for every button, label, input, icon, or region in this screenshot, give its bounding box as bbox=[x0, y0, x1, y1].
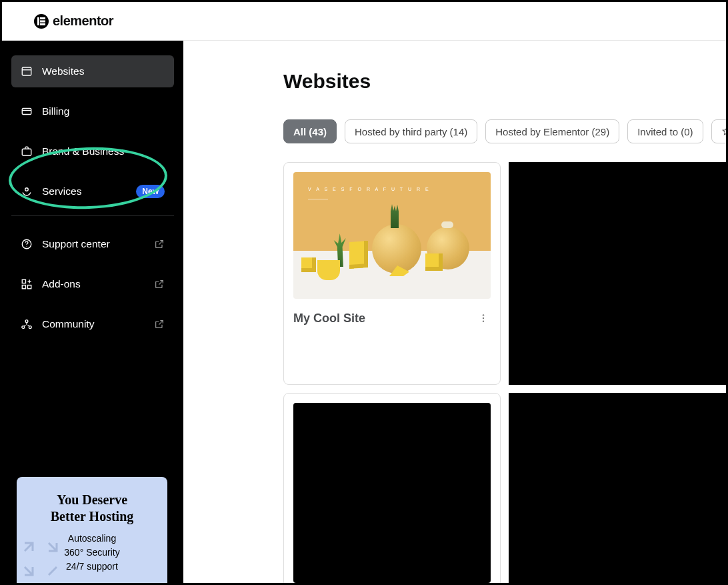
svg-point-13 bbox=[483, 318, 484, 319]
hand-icon bbox=[21, 185, 33, 197]
svg-rect-0 bbox=[22, 67, 31, 75]
svg-point-14 bbox=[483, 320, 484, 322]
sidebar-item-brand-business[interactable]: Brand & Business bbox=[11, 135, 174, 167]
brand-name: elementor bbox=[53, 13, 113, 29]
card-icon bbox=[21, 105, 33, 117]
promo-arrows-icon bbox=[21, 539, 61, 579]
site-card[interactable]: V A S E S F O R A F U T U R E My C bbox=[283, 162, 501, 385]
svg-point-9 bbox=[25, 320, 28, 323]
promo-title: You Deserve Better Hosting bbox=[26, 492, 158, 525]
svg-point-12 bbox=[483, 314, 484, 316]
svg-rect-2 bbox=[22, 149, 31, 155]
new-badge: New bbox=[136, 185, 165, 198]
svg-rect-8 bbox=[22, 285, 25, 289]
svg-rect-1 bbox=[22, 109, 31, 115]
svg-rect-7 bbox=[28, 285, 31, 289]
sidebar-item-label: Add-ons bbox=[42, 278, 81, 290]
help-icon bbox=[21, 238, 33, 250]
brand-logo[interactable]: elementor bbox=[34, 13, 113, 29]
sidebar-item-label: Billing bbox=[42, 105, 69, 117]
sidebar-item-websites[interactable]: Websites bbox=[11, 55, 174, 87]
page-title: Websites bbox=[283, 70, 726, 93]
app-header: elementor bbox=[2, 2, 726, 41]
sidebar-item-community[interactable]: Community bbox=[11, 308, 174, 340]
filter-all[interactable]: All (43) bbox=[283, 119, 337, 143]
external-link-icon bbox=[154, 319, 165, 330]
external-link-icon bbox=[154, 279, 165, 289]
filter-elementor[interactable]: Hosted by Elementor (29) bbox=[485, 119, 619, 143]
site-card-redacted[interactable] bbox=[509, 393, 726, 583]
sidebar-item-label: Community bbox=[42, 318, 94, 330]
briefcase-icon bbox=[21, 145, 33, 157]
site-card-redacted[interactable] bbox=[509, 162, 726, 385]
sidebar-item-services[interactable]: Services New bbox=[11, 175, 174, 207]
community-icon bbox=[21, 318, 33, 330]
site-thumbnail: V A S E S F O R A F U T U R E bbox=[293, 172, 491, 299]
site-title: My Cool Site bbox=[293, 312, 365, 326]
site-thumbnail bbox=[293, 403, 491, 583]
sidebar: Websites Billing Brand & Business Servic… bbox=[2, 41, 183, 583]
sidebar-item-addons[interactable]: Add-ons bbox=[11, 268, 174, 300]
svg-point-5 bbox=[26, 246, 27, 247]
sidebar-divider bbox=[11, 215, 174, 216]
external-link-icon bbox=[154, 239, 165, 249]
filter-invited[interactable]: Invited to (0) bbox=[627, 119, 703, 143]
filter-chips: All (43) Hosted by third party (14) Host… bbox=[283, 119, 726, 143]
sidebar-item-label: Websites bbox=[42, 65, 84, 77]
filter-favorites[interactable]: Favorites (0) bbox=[711, 119, 726, 143]
site-card-redacted[interactable] bbox=[283, 393, 501, 583]
filter-third-party[interactable]: Hosted by third party (14) bbox=[345, 119, 477, 143]
sidebar-item-label: Support center bbox=[42, 238, 110, 250]
thumb-heading: V A S E S F O R A F U T U R E bbox=[308, 187, 431, 191]
window-icon bbox=[21, 65, 33, 77]
star-icon bbox=[721, 126, 726, 137]
promo-card[interactable]: You Deserve Better Hosting Autoscaling 3… bbox=[17, 477, 167, 583]
sidebar-item-label: Services bbox=[42, 185, 81, 197]
svg-rect-6 bbox=[22, 279, 25, 283]
sidebar-item-billing[interactable]: Billing bbox=[11, 95, 174, 127]
svg-point-3 bbox=[25, 188, 29, 191]
sidebar-item-label: Brand & Business bbox=[42, 145, 124, 157]
sidebar-item-support[interactable]: Support center bbox=[11, 228, 174, 260]
logo-mark-icon bbox=[34, 14, 49, 29]
addons-icon bbox=[21, 278, 33, 290]
site-menu-button[interactable] bbox=[476, 311, 491, 326]
kebab-icon bbox=[478, 313, 489, 324]
sites-grid: V A S E S F O R A F U T U R E My C bbox=[283, 162, 726, 583]
main-content: Websites All (43) Hosted by third party … bbox=[183, 41, 726, 583]
